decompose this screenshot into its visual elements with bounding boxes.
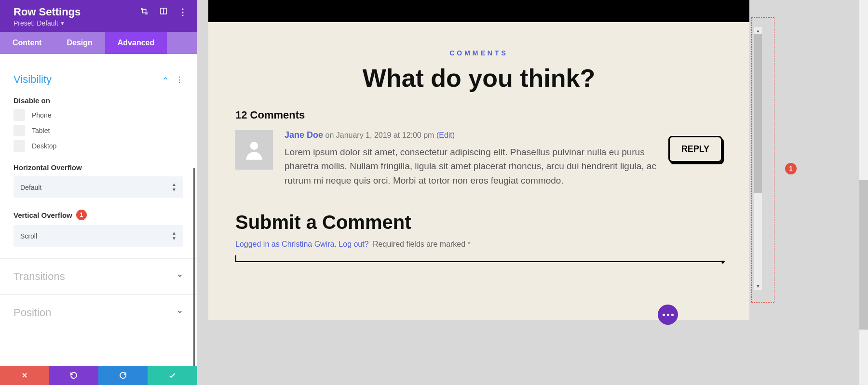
comments-eyebrow: COMMENTS	[235, 49, 722, 57]
disable-tablet-row[interactable]: Tablet	[14, 125, 183, 136]
horizontal-overflow-value: Default	[20, 184, 41, 191]
panel-body: Visibility ⋮ Disable on Phone Tablet	[0, 54, 197, 366]
checkbox-tablet-label: Tablet	[32, 127, 50, 134]
vertical-overflow-label-text: Vertical Overflow	[14, 211, 72, 219]
comment-meta: Jane Doe on January 1, 2019 at 12:00 pm …	[285, 130, 659, 140]
logged-in-link[interactable]: Logged in as Christina Gwira	[235, 240, 334, 248]
window-scrollbar-thumb[interactable]	[859, 180, 868, 330]
section-title-transitions: Transitions	[14, 270, 65, 283]
reply-button[interactable]: REPLY	[668, 136, 722, 162]
panel-header: Row Settings ⋮ Preset: Default ▼	[0, 0, 197, 32]
expand-icon[interactable]	[140, 7, 149, 17]
panel-title: Row Settings	[14, 6, 81, 18]
checkbox-desktop[interactable]	[14, 140, 25, 152]
module-scrollbar-thumb[interactable]	[754, 34, 762, 193]
vertical-overflow-value: Scroll	[20, 232, 37, 240]
section-transitions[interactable]: Transitions	[0, 259, 197, 295]
preview-frame: COMMENTS What do you think? 12 Comments …	[208, 22, 749, 320]
section-title-position: Position	[14, 306, 51, 319]
section-visibility: Visibility ⋮ Disable on Phone Tablet	[0, 54, 197, 259]
more-icon[interactable]: ⋮	[178, 8, 187, 16]
select-caret-icon: ▲▼	[172, 182, 176, 192]
settings-panel: Row Settings ⋮ Preset: Default ▼ Content…	[0, 0, 197, 385]
logout-link[interactable]: Log out?	[339, 240, 368, 248]
panel-footer	[0, 366, 197, 385]
comment-date: on January 1, 2019 at 12:00 pm	[326, 131, 434, 139]
settings-tabs: Content Design Advanced	[0, 32, 197, 54]
annotation-badge: 1	[785, 163, 797, 174]
section-title-visibility[interactable]: Visibility	[14, 73, 52, 86]
comments-count: 12 Comments	[235, 109, 722, 121]
comment-textarea[interactable]	[235, 255, 722, 262]
disable-on-label: Disable on	[14, 96, 183, 105]
chevron-down-icon	[176, 272, 183, 281]
disable-desktop-row[interactable]: Desktop	[14, 140, 183, 152]
section-position[interactable]: Position	[0, 295, 197, 331]
horizontal-overflow-select[interactable]: Default ▲▼	[14, 176, 183, 198]
submit-meta: Logged in as Christina Gwira. Log out? R…	[235, 240, 722, 249]
comment-edit-link[interactable]: (Edit)	[436, 131, 455, 139]
scroll-down-arrow-icon[interactable]: ▼	[754, 282, 762, 290]
columns-icon[interactable]	[159, 7, 168, 17]
tab-advanced[interactable]: Advanced	[105, 32, 167, 54]
comment-author[interactable]: Jane Doe	[285, 130, 323, 140]
redo-button[interactable]	[98, 366, 148, 385]
avatar	[235, 130, 273, 170]
svg-rect-0	[142, 9, 146, 13]
vertical-overflow-select[interactable]: Scroll ▲▼	[14, 225, 183, 247]
checkbox-phone[interactable]	[14, 109, 25, 121]
chevron-down-icon: ▼	[60, 21, 65, 26]
undo-button[interactable]	[49, 366, 98, 385]
vertical-overflow-badge: 1	[76, 210, 87, 220]
chevron-down-icon	[176, 308, 183, 317]
vertical-overflow-label: Vertical Overflow 1	[14, 210, 183, 220]
tab-design[interactable]: Design	[54, 32, 105, 54]
checkbox-tablet[interactable]	[14, 125, 25, 136]
svg-point-3	[250, 142, 258, 150]
comments-title: What do you think?	[235, 64, 722, 93]
preview-top-bar	[208, 0, 749, 22]
horizontal-overflow-label: Horizontal Overflow	[14, 163, 183, 172]
tab-content[interactable]: Content	[0, 32, 54, 54]
checkbox-phone-label: Phone	[32, 111, 51, 119]
canvas: COMMENTS What do you think? 12 Comments …	[197, 0, 868, 385]
disable-phone-row[interactable]: Phone	[14, 109, 183, 121]
submit-title: Submit a Comment	[235, 212, 722, 233]
checkbox-desktop-label: Desktop	[32, 142, 56, 150]
section-more-icon[interactable]: ⋮	[176, 75, 183, 84]
preset-dropdown[interactable]: Preset: Default ▼	[14, 19, 187, 27]
save-button[interactable]	[148, 366, 197, 385]
builder-fab[interactable]	[658, 305, 678, 325]
comment-row: Jane Doe on January 1, 2019 at 12:00 pm …	[235, 130, 722, 187]
preset-label: Preset: Default	[14, 19, 58, 27]
required-note: Required fields are marked *	[373, 240, 471, 248]
collapse-icon[interactable]	[162, 75, 169, 84]
panel-scrollbar-thumb[interactable]	[193, 168, 195, 366]
select-caret-icon: ▲▼	[172, 231, 176, 241]
comment-text: Lorem ipsum dolor sit amet, consectetur …	[285, 145, 659, 187]
cancel-button[interactable]	[0, 366, 49, 385]
